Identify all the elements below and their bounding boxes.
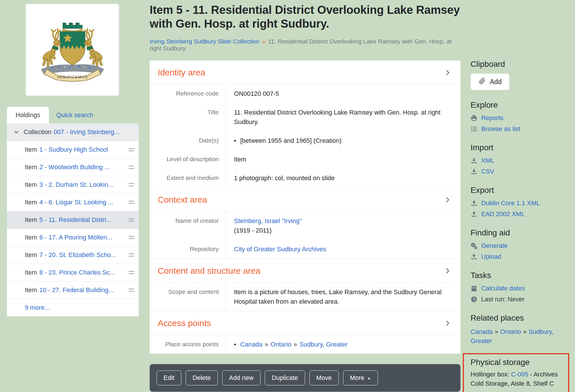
more-button[interactable]: More▲ bbox=[343, 370, 378, 385]
clipboard-add-button[interactable]: Add bbox=[471, 73, 509, 90]
item-link[interactable]: 8 - 23. Prince Charles Sc... bbox=[39, 269, 115, 276]
item-link[interactable]: 3 - 2. Durham St. Lookin... bbox=[39, 181, 113, 189]
drag-handle-icon[interactable] bbox=[129, 183, 134, 186]
field-label: Title bbox=[150, 103, 226, 131]
upload-finding-aid-link[interactable]: Upload bbox=[471, 253, 573, 260]
action-toolbar: Edit Delete Add new Duplicate Move More▲ bbox=[150, 364, 460, 392]
related-places-heading: Related places bbox=[471, 313, 573, 323]
place-separator: » bbox=[493, 328, 500, 335]
tab-holdings[interactable]: Holdings bbox=[7, 107, 49, 123]
tree-collection-row[interactable]: Collection 007 - Irving Steinberg... bbox=[7, 123, 139, 141]
tree-more-row[interactable]: 9 more... bbox=[7, 299, 139, 317]
field-row-level: Level of description Item bbox=[150, 150, 460, 169]
drag-handle-icon[interactable] bbox=[129, 201, 134, 204]
tab-quick-search[interactable]: Quick search bbox=[49, 107, 101, 123]
place-separator: » bbox=[262, 341, 271, 348]
context-menu-sidebar: Clipboard Add Explore Reports Browse as … bbox=[471, 0, 573, 392]
item-link[interactable]: 5 - 11. Residential Distri... bbox=[39, 216, 111, 224]
item-link[interactable]: 4 - 6. Lisgar St. Looking ... bbox=[39, 199, 113, 206]
related-place-ontario[interactable]: Ontario bbox=[500, 328, 521, 335]
upload-icon bbox=[471, 253, 477, 260]
moose-supporter bbox=[41, 29, 61, 67]
download-icon bbox=[471, 157, 477, 164]
drag-handle-icon[interactable] bbox=[129, 271, 134, 274]
item-link[interactable]: 6 - 17. A Pouring Molten... bbox=[39, 234, 112, 241]
field-label: Repository bbox=[150, 240, 226, 258]
item-link[interactable]: 1 - Sudbury High School bbox=[39, 146, 108, 153]
chevron-right-icon[interactable] bbox=[444, 319, 451, 327]
drag-handle-icon[interactable] bbox=[129, 236, 134, 239]
tasks-heading: Tasks bbox=[471, 271, 573, 280]
item-link[interactable]: 7 - 20. St. Elizabeth Scho... bbox=[39, 251, 116, 259]
logo-motto: AEDIFICEMUS bbox=[57, 75, 88, 79]
tree-item-row[interactable]: Item 2 - Woolworth Building ... bbox=[7, 159, 139, 176]
drag-handle-icon[interactable] bbox=[129, 218, 134, 221]
reports-link[interactable]: Reports bbox=[471, 114, 573, 122]
explore-heading: Explore bbox=[471, 100, 573, 110]
clipboard-heading: Clipboard bbox=[471, 60, 573, 69]
chevron-down-icon[interactable] bbox=[13, 129, 20, 135]
import-csv-label: CSV bbox=[481, 168, 494, 175]
field-value: Item bbox=[226, 150, 460, 169]
physical-storage-box-link[interactable]: C-005 bbox=[511, 371, 528, 378]
delete-button[interactable]: Delete bbox=[186, 370, 218, 385]
browse-as-list-label: Browse as list bbox=[481, 125, 520, 133]
field-row-title: Title 11. Residential District Overlooki… bbox=[150, 103, 460, 131]
breadcrumb-separator: » bbox=[260, 38, 268, 45]
more-items-link[interactable]: 9 more... bbox=[25, 304, 50, 311]
tree-item-row[interactable]: Item 6 - 17. A Pouring Molten... bbox=[7, 229, 139, 246]
tree-item-row[interactable]: Item 1 - Sudbury High School bbox=[7, 141, 139, 159]
tree-item-row[interactable]: Item 4 - 6. Lisgar St. Looking ... bbox=[7, 194, 139, 211]
section-header[interactable]: Content and structure area bbox=[150, 259, 460, 283]
repository-link[interactable]: City of Greater Sudbury Archives bbox=[234, 246, 326, 253]
import-heading: Import bbox=[471, 143, 573, 152]
collection-link[interactable]: 007 - Irving Steinberg... bbox=[54, 128, 120, 136]
browse-as-list-link[interactable]: Browse as list bbox=[471, 125, 573, 133]
calendar-icon bbox=[471, 285, 477, 292]
related-place-canada[interactable]: Canada bbox=[471, 328, 493, 335]
export-dublin-core-link[interactable]: Dublin Core 1.1 XML bbox=[471, 199, 573, 207]
chevron-right-icon[interactable] bbox=[444, 196, 451, 203]
item-prefix: Item bbox=[25, 181, 37, 189]
field-value: Steinberg, Israel "Irving" (1919 - 2011) bbox=[226, 212, 460, 240]
drag-handle-icon[interactable] bbox=[129, 148, 134, 151]
drag-handle-icon[interactable] bbox=[129, 254, 134, 256]
item-prefix: Item bbox=[25, 234, 37, 241]
field-value: •[between 1955 and 1965] (Creation) bbox=[226, 131, 460, 150]
tree-item-row[interactable]: Item 10 - 27. Federal Building... bbox=[7, 281, 139, 299]
place-link-canada[interactable]: Canada bbox=[240, 341, 262, 348]
duplicate-button[interactable]: Duplicate bbox=[265, 370, 305, 385]
calculate-dates-link[interactable]: Calculate dates bbox=[471, 285, 573, 292]
tree-item-row[interactable]: Item 3 - 2. Durham St. Lookin... bbox=[7, 176, 139, 194]
import-csv-link[interactable]: CSV bbox=[471, 168, 573, 175]
institution-logo[interactable]: AEDIFICEMUS bbox=[25, 3, 119, 96]
place-link-ontario[interactable]: Ontario bbox=[271, 341, 291, 348]
drag-handle-icon[interactable] bbox=[129, 166, 134, 169]
chevron-right-icon[interactable] bbox=[444, 267, 451, 275]
section-header[interactable]: Context area bbox=[150, 188, 460, 212]
field-value: City of Greater Sudbury Archives bbox=[226, 240, 460, 258]
generate-finding-aid-link[interactable]: Generate bbox=[471, 242, 573, 250]
breadcrumb-parent-link[interactable]: Irving Steinberg Sudbury Slide Collectio… bbox=[150, 38, 260, 45]
item-prefix: Item bbox=[25, 199, 37, 206]
move-button[interactable]: Move bbox=[309, 370, 339, 385]
add-new-button[interactable]: Add new bbox=[222, 370, 261, 385]
item-link[interactable]: 2 - Woolworth Building ... bbox=[39, 163, 110, 171]
upload-finding-aid-label: Upload bbox=[481, 253, 501, 260]
physical-storage-annotation-box: Physical storage Hollinger box: C-005 - … bbox=[463, 353, 569, 392]
tree-item-row[interactable]: Item 7 - 20. St. Elizabeth Scho... bbox=[7, 246, 139, 264]
creator-link[interactable]: Steinberg, Israel "Irving" bbox=[234, 217, 302, 224]
place-link-sudbury[interactable]: Sudbury, Greater bbox=[299, 341, 347, 348]
more-button-label: More bbox=[350, 374, 364, 382]
edit-button[interactable]: Edit bbox=[157, 370, 181, 385]
import-xml-link[interactable]: XML bbox=[471, 157, 573, 164]
drag-handle-icon[interactable] bbox=[129, 289, 134, 292]
field-label: Name of creator bbox=[150, 212, 226, 240]
section-header[interactable]: Access points bbox=[150, 311, 460, 335]
tree-item-row-selected[interactable]: Item 5 - 11. Residential Distri... bbox=[7, 211, 139, 229]
chevron-right-icon[interactable] bbox=[444, 69, 451, 76]
tree-item-row[interactable]: Item 8 - 23. Prince Charles Sc... bbox=[7, 264, 139, 281]
item-link[interactable]: 10 - 27. Federal Building... bbox=[39, 286, 114, 294]
export-ead-link[interactable]: EAD 2002 XML bbox=[471, 210, 573, 218]
section-header[interactable]: Identity area bbox=[150, 60, 460, 84]
